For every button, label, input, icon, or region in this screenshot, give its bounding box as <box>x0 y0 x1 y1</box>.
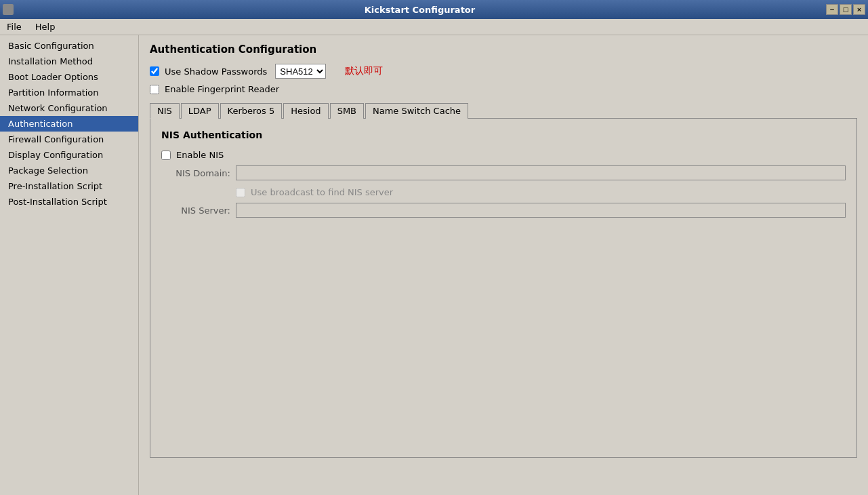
menu-help[interactable]: Help <box>31 20 60 33</box>
sidebar-item-authentication[interactable]: Authentication <box>0 116 138 132</box>
tab-name-switch-cache[interactable]: Name Switch Cache <box>365 103 468 119</box>
titlebar-left <box>0 4 14 15</box>
sidebar: Basic Configuration Installation Method … <box>0 35 139 495</box>
tab-nis[interactable]: NIS <box>150 103 180 119</box>
nis-domain-row: NIS Domain: <box>161 165 846 180</box>
hint-text: 默认即可 <box>345 65 383 77</box>
tab-hesiod[interactable]: Hesiod <box>283 103 328 119</box>
enable-nis-checkbox[interactable] <box>161 151 171 160</box>
use-broadcast-row: Use broadcast to find NIS server <box>236 187 846 197</box>
enable-nis-row: Enable NIS <box>161 150 846 160</box>
minimize-button[interactable]: − <box>826 4 838 15</box>
sidebar-item-partition-information[interactable]: Partition Information <box>0 85 138 100</box>
shadow-passwords-checkbox[interactable] <box>150 66 159 76</box>
sidebar-item-package-selection[interactable]: Package Selection <box>0 163 138 178</box>
fingerprint-row: Enable Fingerprint Reader <box>150 84 857 94</box>
sha-select[interactable]: SHA512 SHA256 SHA1 MD5 <box>275 64 326 79</box>
nis-domain-label: NIS Domain: <box>161 168 236 178</box>
sidebar-item-pre-installation-script[interactable]: Pre-Installation Script <box>0 178 138 194</box>
content-area: Authentication Configuration Use Shadow … <box>139 35 868 495</box>
nis-tab-panel: NIS Authentication Enable NIS NIS Domain… <box>150 119 857 458</box>
nis-server-input[interactable] <box>236 203 846 218</box>
nis-domain-input[interactable] <box>236 165 846 180</box>
titlebar-title: Kickstart Configurator <box>14 5 826 15</box>
fingerprint-label: Enable Fingerprint Reader <box>165 84 279 94</box>
sidebar-item-installation-method[interactable]: Installation Method <box>0 54 138 69</box>
restore-button[interactable]: □ <box>840 4 852 15</box>
sidebar-item-post-installation-script[interactable]: Post-Installation Script <box>0 194 138 210</box>
nis-panel-title: NIS Authentication <box>161 130 846 140</box>
titlebar-controls: − □ × <box>826 4 868 15</box>
enable-nis-label: Enable NIS <box>176 150 224 160</box>
sidebar-item-display-configuration[interactable]: Display Configuration <box>0 147 138 163</box>
use-broadcast-label: Use broadcast to find NIS server <box>251 187 393 197</box>
tabs-container: NIS LDAP Kerberos 5 Hesiod SMB Name Swit… <box>150 102 857 119</box>
nis-server-label: NIS Server: <box>161 205 236 216</box>
fingerprint-checkbox[interactable] <box>150 85 159 94</box>
tab-kerberos5[interactable]: Kerberos 5 <box>220 103 283 119</box>
nis-server-row: NIS Server: <box>161 203 846 218</box>
tab-smb[interactable]: SMB <box>330 103 364 119</box>
shadow-passwords-label: Use Shadow Passwords <box>165 66 267 77</box>
sidebar-item-firewall-configuration[interactable]: Firewall Configuration <box>0 132 138 147</box>
tab-ldap[interactable]: LDAP <box>181 103 219 119</box>
sidebar-item-basic-configuration[interactable]: Basic Configuration <box>0 38 138 54</box>
app-icon <box>3 4 14 15</box>
sidebar-item-network-configuration[interactable]: Network Configuration <box>0 100 138 116</box>
main-layout: Basic Configuration Installation Method … <box>0 35 868 495</box>
shadow-passwords-row: Use Shadow Passwords SHA512 SHA256 SHA1 … <box>150 64 857 79</box>
section-title: Authentication Configuration <box>150 43 857 56</box>
use-broadcast-checkbox[interactable] <box>236 188 245 197</box>
menu-file[interactable]: File <box>3 20 26 33</box>
close-button[interactable]: × <box>853 4 865 15</box>
sidebar-item-boot-loader-options[interactable]: Boot Loader Options <box>0 69 138 85</box>
titlebar: Kickstart Configurator − □ × <box>0 0 868 19</box>
menubar: File Help <box>0 19 868 35</box>
